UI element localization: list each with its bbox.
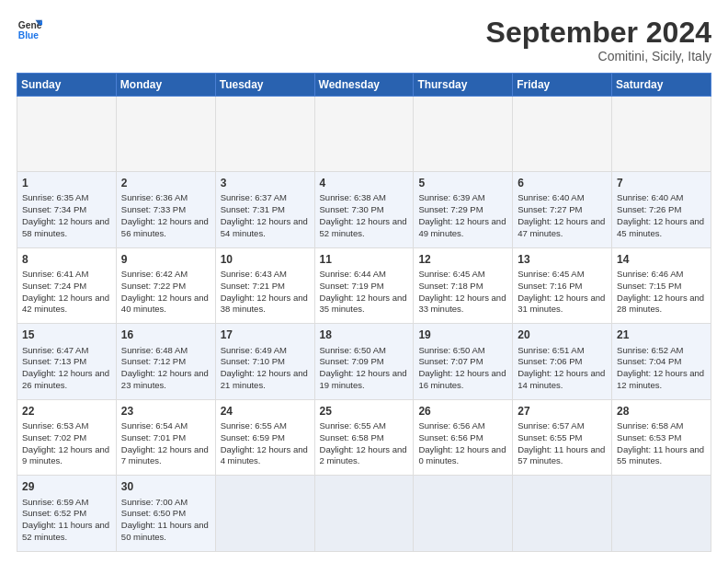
col-monday: Monday xyxy=(116,74,215,97)
col-thursday: Thursday xyxy=(414,74,513,97)
table-row xyxy=(513,97,612,172)
table-row xyxy=(215,97,314,172)
sunset-text: Sunset: 7:29 PM xyxy=(418,204,483,214)
day-number: 13 xyxy=(518,252,607,267)
table-row: 6Sunrise: 6:40 AMSunset: 7:27 PMDaylight… xyxy=(513,172,612,248)
sunset-text: Sunset: 7:30 PM xyxy=(320,204,384,214)
logo: General Blue xyxy=(17,17,42,42)
daylight-text: Daylight: 12 hours and 21 minutes. xyxy=(221,368,308,390)
location: Comitini, Sicily, Italy xyxy=(486,49,711,63)
table-row: 17Sunrise: 6:49 AMSunset: 7:10 PMDayligh… xyxy=(215,324,314,400)
day-number: 15 xyxy=(22,327,111,342)
sunrise-text: Sunrise: 6:49 AM xyxy=(221,345,287,355)
sunrise-text: Sunrise: 6:57 AM xyxy=(518,420,584,431)
table-row xyxy=(612,97,711,172)
day-number: 5 xyxy=(418,176,507,190)
month-title: September 2024 xyxy=(486,17,711,49)
daylight-text: Daylight: 12 hours and 56 minutes. xyxy=(121,216,209,238)
sunset-text: Sunset: 6:53 PM xyxy=(617,432,681,442)
sunset-text: Sunset: 7:07 PM xyxy=(418,356,483,366)
day-number: 2 xyxy=(121,176,210,190)
sunrise-text: Sunrise: 6:45 AM xyxy=(418,269,484,279)
sunrise-text: Sunrise: 6:55 AM xyxy=(221,420,287,431)
day-number: 4 xyxy=(320,176,409,190)
sunrise-text: Sunrise: 6:37 AM xyxy=(221,192,287,202)
sunrise-text: Sunrise: 6:56 AM xyxy=(418,420,484,431)
table-row: 12Sunrise: 6:45 AMSunset: 7:18 PMDayligh… xyxy=(414,247,513,324)
table-row: 23Sunrise: 6:54 AMSunset: 7:01 PMDayligh… xyxy=(116,399,215,476)
day-number: 28 xyxy=(617,404,706,419)
sunrise-text: Sunrise: 6:40 AM xyxy=(617,192,683,202)
table-row: 21Sunrise: 6:52 AMSunset: 7:04 PMDayligh… xyxy=(612,324,711,400)
daylight-text: Daylight: 12 hours and 26 minutes. xyxy=(22,368,109,390)
day-number: 23 xyxy=(121,404,210,419)
col-saturday: Saturday xyxy=(612,74,711,97)
day-number: 8 xyxy=(22,252,111,267)
daylight-text: Daylight: 12 hours and 4 minutes. xyxy=(221,444,308,466)
day-number: 1 xyxy=(22,176,111,190)
day-number: 6 xyxy=(518,176,607,190)
daylight-text: Daylight: 12 hours and 9 minutes. xyxy=(22,444,109,466)
table-row xyxy=(513,476,612,552)
col-sunday: Sunday xyxy=(17,74,117,97)
daylight-text: Daylight: 12 hours and 12 minutes. xyxy=(617,368,704,390)
table-row: 9Sunrise: 6:42 AMSunset: 7:22 PMDaylight… xyxy=(116,247,215,324)
sunrise-text: Sunrise: 6:35 AM xyxy=(22,192,88,202)
daylight-text: Daylight: 11 hours and 52 minutes. xyxy=(22,520,109,542)
day-number: 20 xyxy=(518,327,607,342)
table-row: 13Sunrise: 6:45 AMSunset: 7:16 PMDayligh… xyxy=(513,247,612,324)
daylight-text: Daylight: 12 hours and 40 minutes. xyxy=(121,293,209,315)
sunset-text: Sunset: 7:04 PM xyxy=(617,356,681,366)
calendar-header-row: Sunday Monday Tuesday Wednesday Thursday… xyxy=(17,74,711,97)
day-number: 10 xyxy=(221,252,310,267)
day-number: 22 xyxy=(22,404,111,419)
day-number: 24 xyxy=(221,404,310,419)
table-row: 28Sunrise: 6:58 AMSunset: 6:53 PMDayligh… xyxy=(612,399,711,476)
table-row: 3Sunrise: 6:37 AMSunset: 7:31 PMDaylight… xyxy=(215,172,314,248)
sunset-text: Sunset: 7:18 PM xyxy=(418,281,483,291)
sunset-text: Sunset: 7:22 PM xyxy=(121,281,186,291)
table-row: 30Sunrise: 7:00 AMSunset: 6:50 PMDayligh… xyxy=(116,476,215,552)
table-row xyxy=(612,476,711,552)
sunrise-text: Sunrise: 6:39 AM xyxy=(418,192,484,202)
sunrise-text: Sunrise: 6:50 AM xyxy=(320,345,386,355)
day-number: 21 xyxy=(617,327,706,342)
table-row xyxy=(116,97,215,172)
sunset-text: Sunset: 7:16 PM xyxy=(518,281,582,291)
table-row xyxy=(414,476,513,552)
table-row: 8Sunrise: 6:41 AMSunset: 7:24 PMDaylight… xyxy=(17,247,117,324)
daylight-text: Daylight: 12 hours and 0 minutes. xyxy=(418,444,506,466)
daylight-text: Daylight: 12 hours and 31 minutes. xyxy=(518,293,605,315)
day-number: 25 xyxy=(320,404,409,419)
col-friday: Friday xyxy=(513,74,612,97)
sunrise-text: Sunrise: 6:51 AM xyxy=(518,345,584,355)
daylight-text: Daylight: 12 hours and 47 minutes. xyxy=(518,216,605,238)
daylight-text: Daylight: 12 hours and 45 minutes. xyxy=(617,216,704,238)
sunset-text: Sunset: 7:06 PM xyxy=(518,356,582,366)
sunrise-text: Sunrise: 6:44 AM xyxy=(320,269,386,279)
table-row: 22Sunrise: 6:53 AMSunset: 7:02 PMDayligh… xyxy=(17,399,117,476)
sunset-text: Sunset: 7:26 PM xyxy=(617,204,681,214)
calendar-table: Sunday Monday Tuesday Wednesday Thursday… xyxy=(17,73,711,552)
page-header: General Blue September 2024 Comitini, Si… xyxy=(17,17,711,63)
table-row xyxy=(314,97,414,172)
table-row: 14Sunrise: 6:46 AMSunset: 7:15 PMDayligh… xyxy=(612,247,711,324)
day-number: 26 xyxy=(418,404,507,419)
day-number: 16 xyxy=(121,327,210,342)
svg-text:Blue: Blue xyxy=(18,30,40,40)
calendar-week-row: 8Sunrise: 6:41 AMSunset: 7:24 PMDaylight… xyxy=(17,247,711,324)
table-row: 29Sunrise: 6:59 AMSunset: 6:52 PMDayligh… xyxy=(17,476,117,552)
day-number: 27 xyxy=(518,404,607,419)
sunrise-text: Sunrise: 7:00 AM xyxy=(121,497,188,507)
daylight-text: Daylight: 12 hours and 19 minutes. xyxy=(320,368,407,390)
daylight-text: Daylight: 11 hours and 50 minutes. xyxy=(121,520,209,542)
daylight-text: Daylight: 11 hours and 55 minutes. xyxy=(617,444,704,466)
sunrise-text: Sunrise: 6:55 AM xyxy=(320,420,386,431)
daylight-text: Daylight: 12 hours and 2 minutes. xyxy=(320,444,407,466)
day-number: 18 xyxy=(320,327,409,342)
daylight-text: Daylight: 12 hours and 54 minutes. xyxy=(221,216,308,238)
day-number: 17 xyxy=(221,327,310,342)
table-row: 20Sunrise: 6:51 AMSunset: 7:06 PMDayligh… xyxy=(513,324,612,400)
sunset-text: Sunset: 7:10 PM xyxy=(221,356,285,366)
sunrise-text: Sunrise: 6:59 AM xyxy=(22,497,88,507)
